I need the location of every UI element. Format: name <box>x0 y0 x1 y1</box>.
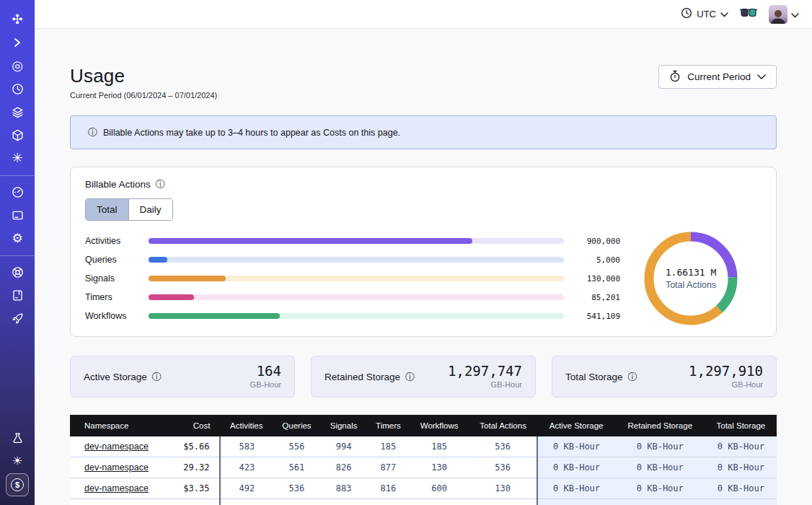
column-header-activities: Activities <box>220 415 273 436</box>
table-row: dev-namespace$5.665835569941851855360 KB… <box>70 436 777 457</box>
temporal-logo-icon[interactable]: ✣ <box>6 9 28 30</box>
empty-cell <box>537 499 615 505</box>
value-cell: 561 <box>273 457 321 478</box>
info-icon[interactable] <box>405 372 415 382</box>
info-icon[interactable] <box>156 180 165 189</box>
sidebar-divider <box>0 175 35 176</box>
value-cell: 536 <box>469 457 537 478</box>
bar-value: 900,000 <box>564 237 620 246</box>
billing-window-icon[interactable] <box>6 204 28 226</box>
namespace-link[interactable]: dev-namespace <box>84 462 149 473</box>
bar-fill <box>149 257 167 263</box>
empty-cell <box>615 499 705 505</box>
table-row: dev-namespace29.324235618268771305360 KB… <box>70 457 777 478</box>
column-header-cost: Cost <box>169 415 220 436</box>
empty-cell <box>469 499 537 505</box>
bar-label: Workflows <box>85 311 149 321</box>
page-title: Usage <box>70 65 217 87</box>
usage-gauge-icon[interactable] <box>6 181 28 203</box>
value-cell: 600 <box>410 478 468 499</box>
settings-gear-icon[interactable]: ⚙ <box>6 227 28 249</box>
namespace-usage-table: NamespaceCostActivitiesQueriesSignalsTim… <box>70 415 777 505</box>
cost-cell: $3.35 <box>169 478 220 499</box>
bar-value: 541,109 <box>564 312 620 321</box>
value-cell: 0 KB-Hour <box>537 436 615 457</box>
docs-book-icon[interactable] <box>6 284 28 306</box>
empty-cell <box>273 499 321 505</box>
column-header-timers: Timers <box>366 415 410 436</box>
billable-view-tabs: TotalDaily <box>85 198 173 221</box>
value-cell: 826 <box>321 457 367 478</box>
user-avatar <box>769 5 787 24</box>
column-header-total-actions: Total Actions <box>469 415 537 436</box>
timezone-label: UTC <box>697 9 716 19</box>
value-cell: 185 <box>366 436 410 457</box>
user-menu[interactable] <box>769 5 799 24</box>
column-header-active-storage: Active Storage <box>537 415 615 436</box>
bar-fill <box>149 238 472 244</box>
clock-icon <box>681 7 692 21</box>
bar-track <box>149 313 564 319</box>
storage-card-unit: GB-Hour <box>689 380 763 390</box>
bar-track <box>149 294 564 300</box>
empty-cell <box>321 499 367 505</box>
donut-chart-svg <box>643 231 738 326</box>
storage-card-unit: GB-Hour <box>448 380 522 390</box>
value-cell: 0 KB-Hour <box>537 478 615 499</box>
value-cell: 536 <box>273 478 321 499</box>
value-cell: 994 <box>321 436 367 457</box>
cost-cell: $5.66 <box>169 436 220 457</box>
tab-daily[interactable]: Daily <box>128 199 172 220</box>
theme-sun-icon[interactable]: ☀ <box>6 450 28 472</box>
namespace-link[interactable]: dev-namespace <box>84 483 149 493</box>
chevron-down-icon <box>791 8 799 21</box>
column-header-total-storage: Total Storage <box>705 415 777 436</box>
value-cell: 883 <box>321 478 367 499</box>
value-cell: 130 <box>410 457 468 478</box>
value-cell: 0 KB-Hour <box>615 478 705 499</box>
storage-card-value: 164 <box>250 364 281 379</box>
bar-value: 85,201 <box>564 293 620 302</box>
expand-chevron-icon[interactable] <box>6 32 28 53</box>
main-area: UTC Usage Curren <box>35 0 812 505</box>
labs-flask-icon[interactable] <box>6 427 28 449</box>
bar-label: Activities <box>85 236 149 246</box>
stopwatch-icon <box>669 70 681 84</box>
column-header-retained-storage: Retained Storage <box>615 415 705 436</box>
column-header-signals: Signals <box>321 415 367 436</box>
value-cell: 556 <box>273 436 321 457</box>
page-title-block: Usage Current Period (06/01/2024 – 07/01… <box>70 65 217 100</box>
schedules-clock-icon[interactable] <box>6 78 28 100</box>
namespace-cell: dev-namespace <box>70 478 169 499</box>
timezone-picker[interactable]: UTC <box>681 7 728 21</box>
nexus-asterisk-icon[interactable]: ✳ <box>6 147 28 169</box>
storage-card-label: Active Storage <box>84 372 147 382</box>
getting-started-rocket-icon[interactable] <box>6 307 28 329</box>
table-row: dev-namespace$3.354925368838166001300 KB… <box>70 478 777 499</box>
empty-cell <box>169 499 220 505</box>
deployments-cube-icon[interactable] <box>6 124 28 146</box>
namespace-link[interactable]: dev-namespace <box>84 442 149 452</box>
tab-total[interactable]: Total <box>86 199 128 220</box>
support-lifebuoy-icon[interactable] <box>6 261 28 283</box>
info-icon[interactable] <box>628 372 637 382</box>
namespaces-icon[interactable]: ◎ <box>6 55 28 76</box>
value-cell: 0 KB-Hour <box>705 457 777 478</box>
period-selector-button[interactable]: Current Period <box>658 65 777 89</box>
bar-row-signals: Signals130,000 <box>85 269 620 288</box>
layers-icon[interactable] <box>6 101 28 123</box>
topbar: UTC <box>35 0 812 29</box>
bar-track <box>149 257 564 263</box>
usage-dollar-icon[interactable] <box>6 473 29 496</box>
value-cell: 130 <box>469 478 537 499</box>
bar-row-activities: Activities900,000 <box>85 232 620 250</box>
value-cell: 816 <box>366 478 410 499</box>
value-cell: 185 <box>410 436 468 457</box>
info-icon[interactable] <box>152 372 162 382</box>
bar-row-timers: Timers85,201 <box>85 288 620 307</box>
column-header-namespace: Namespace <box>70 415 169 436</box>
page-subtitle: Current Period (06/01/2024 – 07/01/2024) <box>70 91 217 100</box>
storage-card-value: 1,297,910 <box>689 364 763 379</box>
chevron-down-icon <box>720 9 728 19</box>
feedback-glasses-icon[interactable] <box>740 8 757 21</box>
